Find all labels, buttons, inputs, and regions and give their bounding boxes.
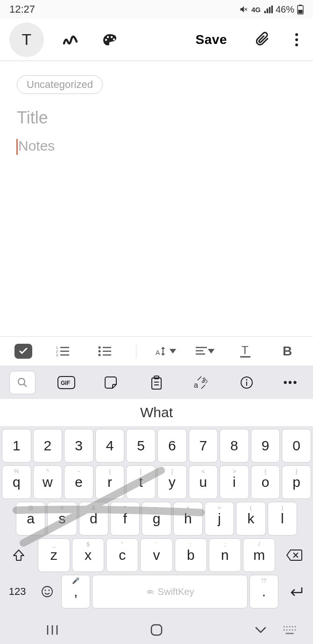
svg-point-39 [48,590,50,591]
svg-point-3 [295,33,298,36]
svg-text:2: 2 [56,350,58,353]
recents-button[interactable] [38,621,66,639]
shift-key[interactable] [2,538,36,572]
key-d[interactable]: &d [79,502,108,535]
svg-point-38 [44,590,46,591]
key-5[interactable]: 5 [126,429,156,463]
text-tool-label: T [22,30,32,49]
svg-text:3: 3 [56,354,58,357]
svg-point-45 [286,626,288,628]
key-4[interactable]: 4 [95,429,125,463]
svg-point-35 [246,379,247,381]
status-time: 12:27 [9,3,35,15]
key-2[interactable]: 2 [33,429,63,463]
comma-key[interactable]: 🎤, [61,575,90,608]
key-z[interactable]: _z [38,538,70,572]
svg-point-5 [295,43,298,46]
key-j[interactable]: =j [205,502,234,535]
svg-point-52 [292,630,293,631]
key-x[interactable]: $x [72,538,104,572]
key-t[interactable]: [t [126,465,156,499]
text-tool-button[interactable]: T [9,22,44,57]
svg-point-47 [292,626,293,628]
app-toolbar: T Save [0,19,313,61]
back-button[interactable] [247,621,275,639]
bold-button[interactable]: B [276,342,299,361]
key-y[interactable]: ]y [157,465,187,499]
svg-point-13 [98,350,100,353]
key-r[interactable]: |r [95,465,125,499]
key-c[interactable]: "c [106,538,138,572]
notes-input[interactable]: Notes [17,138,296,154]
key-q[interactable]: %q [2,465,31,499]
attachment-button[interactable] [250,27,276,52]
enter-key[interactable] [280,575,311,608]
key-g[interactable]: -g [142,502,171,535]
divider [136,344,136,358]
key-7[interactable]: 7 [189,429,218,463]
svg-point-49 [284,630,285,631]
key-0[interactable]: 0 [282,429,311,463]
keyboard-switch-button[interactable] [276,621,304,639]
key-u[interactable]: <u [189,465,218,499]
key-e[interactable]: ~e [64,465,93,499]
key-v[interactable]: 'v [140,538,172,572]
period-key[interactable]: !?. [249,575,278,608]
home-button[interactable] [142,621,171,639]
text-cursor [16,139,18,155]
svg-rect-28 [152,378,161,389]
underline-button[interactable]: T [234,342,256,361]
key-s[interactable]: #s [47,502,77,535]
numbered-list-button[interactable]: 123 [52,342,74,361]
numbers-key[interactable]: 123 [2,575,33,608]
key-1[interactable]: 1 [2,429,31,463]
svg-point-44 [284,626,285,628]
key-h[interactable]: +h [173,502,203,535]
key-o[interactable]: {o [251,465,280,499]
key-m[interactable]: /m [243,538,275,572]
key-8[interactable]: 8 [220,429,249,463]
key-w[interactable]: ^w [33,465,63,499]
pen-tool-button[interactable] [58,27,83,52]
mute-icon [239,5,249,14]
editor-area[interactable]: Uncategorized Title Notes [0,61,313,336]
keyboard-suggestion[interactable]: What [0,399,313,426]
format-toolbar: 123 A T B [0,336,313,366]
notes-placeholder: Notes [18,138,55,153]
checkbox-format-button[interactable] [14,344,32,359]
kb-info-button[interactable] [234,371,260,394]
space-key[interactable]: SwiftKey [92,575,248,608]
more-menu-button[interactable] [290,27,304,52]
kb-clipboard-button[interactable] [143,371,170,394]
key-9[interactable]: 9 [251,429,280,463]
kb-gif-button[interactable]: GIF [53,371,79,394]
chevron-down-icon [208,349,214,354]
key-p[interactable]: }p [282,465,311,499]
keyboard-toolbar: GIF aあ ••• [0,366,313,399]
svg-text:1: 1 [56,346,58,349]
key-a[interactable]: @a [16,502,45,535]
status-bar: 12:27 4G 46% [0,0,313,19]
title-input[interactable]: Title [17,108,296,128]
category-chip[interactable]: Uncategorized [17,75,103,94]
alignment-button[interactable] [196,347,214,356]
key-k[interactable]: (k [236,502,265,535]
kb-sticker-button[interactable] [99,371,125,394]
key-b[interactable]: :b [175,538,207,572]
kb-search-button[interactable] [9,371,36,394]
key-n[interactable]: ;n [209,538,241,572]
key-i[interactable]: >i [220,465,249,499]
font-size-button[interactable]: A [156,346,176,357]
kb-translate-button[interactable]: aあ [188,371,214,394]
backspace-key[interactable] [277,538,311,572]
palette-tool-button[interactable] [97,27,122,52]
kb-more-button[interactable]: ••• [277,371,304,394]
key-l[interactable]: )l [268,502,297,535]
bullet-list-button[interactable] [94,342,116,361]
save-button[interactable]: Save [196,32,227,47]
svg-text:A: A [156,349,160,356]
key-6[interactable]: 6 [157,429,187,463]
emoji-key[interactable] [35,575,59,608]
key-3[interactable]: 3 [64,429,93,463]
key-f[interactable]: *f [110,502,140,535]
